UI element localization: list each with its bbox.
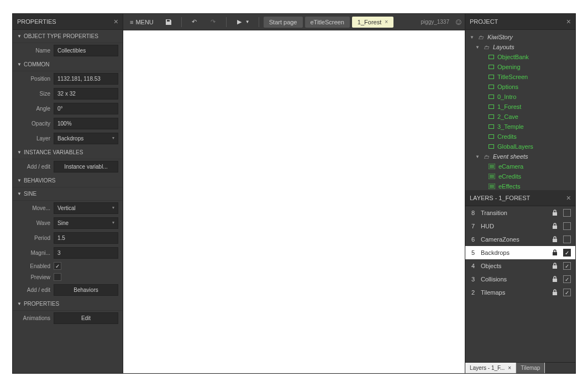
redo-button[interactable]: ↷ bbox=[205, 16, 222, 28]
tree-item-label: Layouts bbox=[493, 44, 514, 50]
magnitude-input[interactable]: 3 bbox=[54, 247, 118, 259]
prop-movement-row: Move... Vertical bbox=[13, 201, 123, 216]
tree-item-label: Event sheets bbox=[493, 153, 528, 160]
bottom-tab-tilemap[interactable]: Tilemap bbox=[516, 363, 545, 373]
tree-item-label: eCredits bbox=[498, 173, 521, 180]
prop-label: Layer bbox=[17, 135, 50, 142]
tree-item-label: TitleScreen bbox=[497, 74, 528, 80]
period-input[interactable]: 1.5 bbox=[54, 232, 118, 244]
movement-select[interactable]: Vertical bbox=[54, 202, 118, 214]
tree-layout-item[interactable]: 1_Forest bbox=[465, 102, 575, 112]
lock-icon[interactable] bbox=[552, 289, 559, 296]
play-button[interactable]: ▶ ▼ bbox=[231, 16, 254, 28]
visibility-checkbox[interactable]: ✓ bbox=[563, 249, 571, 257]
edit-animations-button[interactable]: Edit bbox=[54, 312, 118, 324]
tree-layout-item[interactable]: Credits bbox=[465, 132, 575, 142]
layer-row[interactable]: 4Objects✓ bbox=[465, 259, 575, 273]
tree-eventsheet-item[interactable]: eCamera bbox=[465, 161, 575, 171]
name-input[interactable]: Collectibles bbox=[54, 45, 118, 56]
section-instance-vars[interactable]: ▼ INSTANCE VARIABLES bbox=[13, 146, 123, 159]
tree-layout-item[interactable]: ObjectBank bbox=[465, 52, 575, 62]
visibility-checkbox[interactable]: ✓ bbox=[563, 262, 571, 270]
layer-row[interactable]: 6CameraZones bbox=[465, 233, 575, 246]
tree-layout-item[interactable]: 0_Intro bbox=[465, 92, 575, 102]
close-icon[interactable]: × bbox=[385, 19, 388, 25]
tree-layout-item[interactable]: Opening bbox=[465, 62, 575, 72]
wave-select[interactable]: Sine bbox=[54, 217, 118, 229]
caret-icon: ▼ bbox=[17, 34, 22, 39]
enabled-checkbox[interactable]: ✓ bbox=[54, 262, 61, 270]
layout-icon bbox=[489, 114, 494, 119]
close-icon[interactable]: × bbox=[508, 365, 511, 371]
section-properties2[interactable]: ▼ PROPERTIES bbox=[13, 297, 123, 311]
position-input[interactable]: 1132.181, 118.53 bbox=[54, 73, 118, 85]
visibility-checkbox[interactable]: ✓ bbox=[563, 289, 571, 296]
layer-select[interactable]: Backdrops bbox=[54, 133, 118, 144]
section-label: COMMON bbox=[24, 61, 50, 67]
prop-label: Wave bbox=[17, 220, 50, 226]
save-button[interactable] bbox=[160, 16, 177, 28]
angle-input[interactable]: 0° bbox=[54, 103, 118, 114]
tab-start-page[interactable]: Start page bbox=[264, 17, 303, 28]
tree-item-label: 2_Cave bbox=[497, 113, 518, 120]
instance-vars-button[interactable]: Instance variabl... bbox=[54, 161, 118, 172]
visibility-checkbox[interactable] bbox=[563, 209, 571, 217]
section-object-type[interactable]: ▼ OBJECT TYPE PROPERTIES bbox=[13, 30, 123, 43]
behaviors-button[interactable]: Behaviors bbox=[54, 284, 118, 296]
caret-icon: ▼ bbox=[475, 45, 480, 50]
tree-root-folder[interactable]: ▼ 🗀 KiwiStory bbox=[465, 32, 575, 42]
tree-item-label: eEffects bbox=[498, 183, 521, 190]
lock-icon[interactable] bbox=[552, 223, 559, 229]
tree-layout-item[interactable]: TitleScreen bbox=[465, 72, 575, 82]
section-behaviors[interactable]: ▼ BEHAVIORS bbox=[13, 174, 123, 187]
tree-eventsheet-item[interactable]: eEffects bbox=[465, 181, 575, 190]
size-input[interactable]: 32 x 32 bbox=[54, 88, 118, 100]
properties-panel: PROPERTIES × ▼ OBJECT TYPE PROPERTIES Na… bbox=[13, 14, 123, 373]
lock-icon[interactable] bbox=[552, 276, 559, 283]
preview-checkbox[interactable] bbox=[54, 273, 61, 281]
visibility-checkbox[interactable]: ✓ bbox=[563, 275, 571, 283]
layer-row[interactable]: 2Tilemaps✓ bbox=[465, 286, 575, 299]
tree-layout-item[interactable]: GlobalLayers bbox=[465, 142, 575, 151]
layout-canvas[interactable] bbox=[123, 30, 465, 373]
layer-row[interactable]: 8Transition bbox=[465, 206, 575, 219]
prop-label: Opacity bbox=[17, 121, 50, 127]
tab-label: Start page bbox=[269, 19, 297, 25]
tree-eventsheets-folder[interactable]: ▼ 🗀 Event sheets bbox=[465, 151, 575, 161]
menu-button[interactable]: ≡ MENU bbox=[125, 17, 158, 28]
opacity-input[interactable]: 100% bbox=[54, 118, 118, 129]
tree-layouts-folder[interactable]: ▼ 🗀 Layouts bbox=[465, 42, 575, 52]
close-icon[interactable]: × bbox=[566, 17, 571, 26]
visibility-checkbox[interactable] bbox=[563, 222, 571, 230]
tab-etitlescreen[interactable]: eTitleScreen bbox=[305, 17, 350, 28]
lock-icon[interactable] bbox=[552, 249, 559, 256]
tree-layout-item[interactable]: 2_Cave bbox=[465, 112, 575, 122]
project-tree[interactable]: ▼ 🗀 KiwiStory ▼ 🗀 Layouts ObjectBankOpen… bbox=[465, 30, 575, 190]
prop-preview-row: Preview bbox=[13, 271, 123, 283]
layers-list[interactable]: 8Transition7HUD6CameraZones5Backdrops✓4O… bbox=[465, 206, 575, 362]
tree-layout-item[interactable]: Options bbox=[465, 82, 575, 92]
layer-row[interactable]: 5Backdrops✓ bbox=[465, 246, 575, 259]
close-icon[interactable]: × bbox=[114, 17, 118, 26]
undo-button[interactable]: ↶ bbox=[186, 16, 203, 28]
lock-icon[interactable] bbox=[552, 263, 559, 269]
section-sine[interactable]: ▼ SINE bbox=[13, 187, 123, 201]
lock-icon[interactable] bbox=[552, 210, 559, 216]
tree-eventsheet-item[interactable]: eCredits bbox=[465, 171, 575, 181]
tab-1-forest[interactable]: 1_Forest × bbox=[352, 17, 393, 28]
user-icon[interactable]: ☺ bbox=[455, 18, 463, 26]
section-common[interactable]: ▼ COMMON bbox=[13, 58, 123, 71]
close-icon[interactable]: × bbox=[566, 194, 571, 202]
bottom-tab-layers[interactable]: Layers - 1_F... × bbox=[465, 363, 516, 373]
caret-icon: ▼ bbox=[17, 178, 22, 183]
properties-panel-header: PROPERTIES × bbox=[13, 14, 123, 30]
layer-row[interactable]: 7HUD bbox=[465, 219, 575, 233]
visibility-checkbox[interactable] bbox=[563, 236, 571, 243]
prop-opacity-row: Opacity 100% bbox=[13, 116, 123, 131]
lock-icon[interactable] bbox=[552, 236, 559, 243]
tree-layout-item[interactable]: 3_Temple bbox=[465, 122, 575, 132]
caret-icon: ▼ bbox=[17, 301, 22, 306]
properties-scroll[interactable]: ▼ OBJECT TYPE PROPERTIES Name Collectibl… bbox=[13, 30, 123, 373]
layout-icon bbox=[489, 134, 494, 139]
layer-row[interactable]: 3Collisions✓ bbox=[465, 273, 575, 286]
